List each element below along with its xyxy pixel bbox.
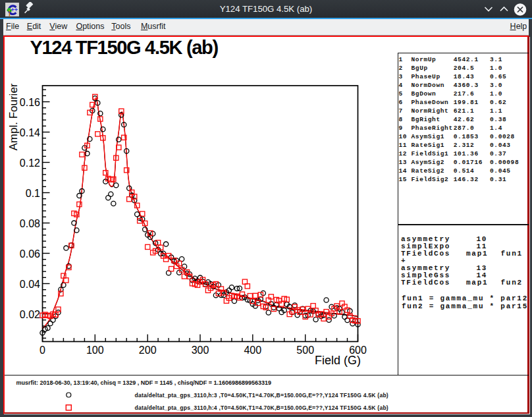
svg-text:Ampl. Fourier: Ampl. Fourier [7, 83, 20, 150]
svg-text:300: 300 [192, 345, 209, 356]
svg-text:100: 100 [86, 345, 104, 356]
svg-text:0: 0 [40, 345, 45, 356]
svg-text:0.06: 0.06 [20, 248, 40, 260]
svg-text:Y124 TF150G 4.5K (ab): Y124 TF150G 4.5K (ab) [30, 37, 219, 58]
svg-text:Field (G): Field (G) [315, 354, 361, 367]
svg-text:0.14: 0.14 [20, 127, 40, 138]
svg-text:0.08: 0.08 [20, 218, 40, 229]
svg-text:0.04: 0.04 [20, 279, 40, 290]
svg-text:200: 200 [139, 345, 157, 356]
svg-text:500: 500 [296, 345, 314, 356]
svg-text:0.16: 0.16 [20, 97, 40, 108]
svg-text:400: 400 [244, 345, 261, 356]
svg-text:0.12: 0.12 [20, 157, 40, 169]
svg-text:0.1: 0.1 [26, 188, 40, 199]
svg-text:0.02: 0.02 [20, 309, 40, 320]
